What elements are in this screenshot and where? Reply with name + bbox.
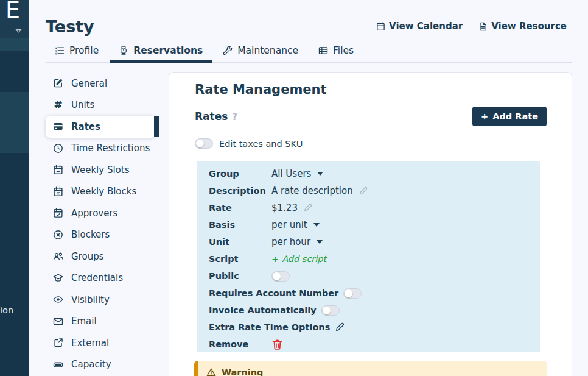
rate-row-control: +Add script	[271, 254, 326, 264]
remove-rate-trash-icon[interactable]	[271, 339, 283, 350]
nav-item-visibility[interactable]: Visibility	[46, 289, 156, 311]
select-value: per hour	[271, 236, 310, 247]
tab-label: Maintenance	[237, 45, 298, 56]
tab-profile[interactable]: Profile	[46, 41, 108, 62]
nav-item-capacity[interactable]: Capacity	[46, 354, 156, 376]
action-view-resource[interactable]: View Resource	[478, 21, 567, 32]
warning-icon	[206, 367, 216, 376]
calendar-minus-icon	[53, 165, 63, 175]
rates-section-header: Rates? + Add Rate	[195, 107, 547, 126]
rate-row-control	[271, 339, 283, 350]
select-value: All Users	[271, 168, 311, 179]
eye-icon	[53, 294, 63, 305]
rate-row-requires-account-number: Requires Account Number	[209, 285, 540, 302]
pencil-icon[interactable]	[303, 204, 312, 213]
rate-row-control: per hour	[271, 236, 323, 247]
public-toggle[interactable]	[271, 271, 290, 282]
edit-taxes-row: Edit taxes and SKU	[195, 138, 547, 149]
tab-label: Profile	[69, 45, 99, 56]
pencil-icon[interactable]	[335, 322, 345, 332]
pencil-square-icon	[53, 78, 63, 88]
nav-item-external[interactable]: External	[46, 332, 156, 354]
nav-item-label: Blockers	[71, 229, 110, 240]
nav-item-time-restrictions[interactable]: Time Restrictions	[46, 138, 156, 160]
file-text-icon	[478, 22, 488, 31]
rate-row-control	[271, 271, 290, 282]
rate-row-label: Remove	[209, 339, 271, 349]
rate-row-description: DescriptionA rate description	[209, 182, 540, 199]
rate-row-label: Unit	[209, 237, 271, 247]
unit-select[interactable]: per hour	[271, 236, 323, 247]
nav-item-label: Units	[71, 99, 94, 110]
rate-row-label: Basis	[209, 220, 271, 230]
edit-taxes-toggle[interactable]	[195, 138, 213, 149]
nav-item-email[interactable]: Email	[46, 311, 156, 333]
nav-item-weekly-blocks[interactable]: Weekly Blocks	[46, 181, 156, 203]
invoice-automatically-toggle[interactable]	[321, 305, 340, 316]
watch-icon	[119, 46, 128, 55]
rate-row-label: Invoice Automatically	[209, 305, 321, 315]
rate-row-control: A rate description	[271, 185, 368, 196]
nav-item-blockers[interactable]: Blockers	[46, 224, 156, 246]
rate-row-label: Public	[209, 271, 271, 281]
external-icon	[53, 338, 63, 348]
nav-item-label: General	[71, 78, 107, 89]
nav-item-credentials[interactable]: Credentials	[46, 268, 156, 289]
rate-row-label: Rate	[209, 203, 271, 213]
sidebar-logo[interactable]: E	[5, 0, 20, 23]
nav-item-units[interactable]: #Units	[46, 94, 156, 116]
edit-taxes-label: Edit taxes and SKU	[219, 139, 303, 149]
action-label: View Resource	[491, 21, 567, 32]
calendar-check-icon	[53, 208, 63, 218]
nav-item-label: Email	[71, 316, 97, 327]
requires-account-number-toggle[interactable]	[343, 288, 362, 299]
main-area: Testy View CalendarView Resource Profile…	[29, 0, 588, 376]
page-title: Testy	[46, 17, 94, 36]
plus-icon: +	[481, 112, 488, 121]
rate-row-invoice-automatically: Invoice Automatically	[209, 302, 540, 319]
rate-row-label: Description	[209, 186, 271, 196]
tab-maintenance[interactable]: Maintenance	[214, 41, 307, 62]
section-nav: General#UnitsRatesTime RestrictionsWeekl…	[46, 73, 156, 376]
action-view-calendar[interactable]: View Calendar	[376, 21, 463, 32]
sidebar-segment	[0, 51, 29, 92]
nav-item-label: External	[71, 338, 109, 349]
help-icon[interactable]: ?	[232, 112, 237, 122]
nav-item-general[interactable]: General	[46, 73, 156, 94]
nav-item-weekly-slots[interactable]: Weekly Slots	[46, 159, 156, 181]
nav-item-label: Visibility	[71, 294, 110, 305]
nav-item-label: Weekly Blocks	[71, 186, 136, 197]
rate-row-control: All Users	[271, 168, 323, 179]
chevron-down-icon[interactable]	[14, 26, 23, 35]
rate-row-rate: Rate$1.23	[209, 199, 540, 216]
nav-item-rates[interactable]: Rates	[46, 116, 156, 138]
pencil-icon[interactable]	[359, 186, 368, 196]
group-select[interactable]: All Users	[271, 168, 323, 179]
basis-select[interactable]: per unit	[271, 219, 320, 230]
sidebar-segment	[0, 153, 29, 376]
calendar-icon	[376, 22, 385, 31]
rate-row-unit: Unitper hour	[209, 233, 540, 250]
rate-row-label: Extra Rate Time Options	[209, 322, 335, 332]
description-value: A rate description	[271, 185, 353, 196]
nav-item-groups[interactable]: Groups	[46, 246, 156, 268]
caret-down-icon	[313, 223, 320, 227]
add-rate-button[interactable]: + Add Rate	[472, 107, 547, 126]
tab-files[interactable]: Files	[309, 41, 363, 62]
people-icon	[53, 251, 63, 261]
card-heading: Rate Management	[195, 81, 547, 98]
action-label: View Calendar	[389, 21, 463, 32]
rate-row-extra-rate-time-options: Extra Rate Time Options	[209, 319, 540, 336]
add-rate-label: Add Rate	[492, 112, 538, 121]
header-actions: View CalendarView Resource	[376, 21, 567, 32]
tab-label: Reservations	[133, 45, 203, 56]
tab-reservations[interactable]: Reservations	[110, 41, 212, 62]
rate-row-label: Requires Account Number	[209, 288, 343, 298]
add-script-link[interactable]: +Add script	[271, 254, 326, 264]
caret-down-icon	[317, 240, 323, 244]
warning-title: Warning	[222, 367, 263, 376]
tab-label: Files	[333, 45, 354, 56]
nav-item-approvers[interactable]: Approvers	[46, 202, 156, 224]
rate-form-panel: GroupAll UsersDescriptionA rate descript…	[197, 161, 540, 352]
rate-value: $1.23	[271, 202, 298, 213]
